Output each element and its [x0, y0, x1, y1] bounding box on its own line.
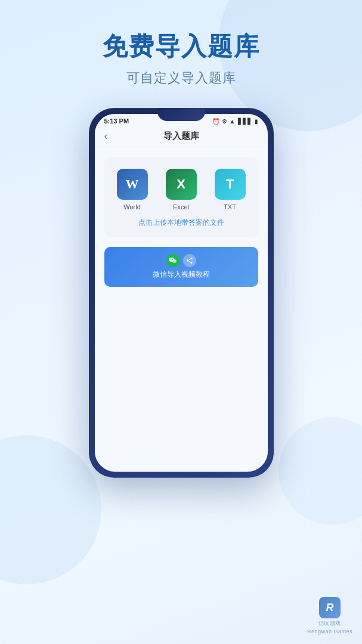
word-file-item[interactable]: W World [110, 169, 154, 210]
excel-file-item[interactable]: X Excel [159, 169, 203, 210]
svg-point-1 [170, 259, 171, 260]
txt-label: TXT [224, 203, 236, 210]
word-icon: W [117, 169, 148, 200]
excel-label: Excel [173, 203, 189, 210]
txt-icon: T [215, 169, 246, 200]
svg-point-4 [173, 261, 174, 261]
phone-notch [157, 108, 205, 121]
battery-icon: ▮ [255, 118, 258, 125]
status-time: 5:13 PM [104, 117, 129, 125]
word-label: World [123, 203, 141, 210]
txt-letter: T [226, 177, 234, 192]
svg-line-10 [187, 261, 191, 263]
alarm-icon: ⏰ [212, 118, 219, 125]
share-icon [183, 254, 196, 267]
excel-letter: X [177, 177, 185, 192]
word-letter: W [126, 177, 139, 192]
nav-bar: ‹ 导入题库 [95, 126, 268, 147]
file-type-card: W World X Excel [104, 157, 258, 237]
txt-file-item[interactable]: T TXT [208, 169, 252, 210]
file-icons-row: W World X Excel [110, 169, 252, 210]
wechat-button[interactable]: 微信导入视频教程 [104, 247, 258, 287]
main-title: 免费导入题库 [103, 30, 260, 63]
watermark: R 仍玩游戏 Rengwan Games [307, 597, 352, 634]
svg-point-5 [174, 261, 175, 261]
wifi-icon: ▲ [230, 118, 236, 125]
status-icons: ⏰ ⚙ ▲ ▋▋▋ ▮ [212, 118, 258, 125]
wechat-btn-label: 微信导入视频教程 [153, 270, 210, 280]
svg-point-3 [172, 259, 177, 263]
watermark-line2: Rengwan Games [307, 628, 352, 634]
wechat-btn-icons [166, 254, 196, 267]
phone-frame: 5:13 PM ⏰ ⚙ ▲ ▋▋▋ ▮ ‹ 导入题库 [89, 108, 274, 478]
wechat-icon [166, 254, 180, 267]
nav-title: 导入题库 [163, 131, 199, 142]
signal-icon: ▋▋▋ [238, 118, 252, 125]
bluetooth-icon: ⚙ [222, 118, 227, 125]
sub-title: 可自定义导入题库 [126, 69, 236, 87]
upload-hint[interactable]: 点击上传本地带答案的文件 [138, 218, 224, 228]
excel-icon: X [166, 169, 197, 200]
watermark-logo: R [319, 597, 341, 618]
svg-point-2 [172, 259, 173, 260]
watermark-line1: 仍玩游戏 [318, 620, 341, 627]
back-button[interactable]: ‹ [104, 130, 108, 143]
page-wrapper: 免费导入题库 可自定义导入题库 5:13 PM ⏰ ⚙ ▲ ▋▋▋ ▮ ‹ 导入… [0, 0, 362, 478]
svg-line-9 [187, 259, 191, 261]
watermark-logo-letter: R [326, 602, 333, 614]
screen-content: W World X Excel [95, 147, 268, 472]
phone-screen: 5:13 PM ⏰ ⚙ ▲ ▋▋▋ ▮ ‹ 导入题库 [95, 114, 268, 472]
